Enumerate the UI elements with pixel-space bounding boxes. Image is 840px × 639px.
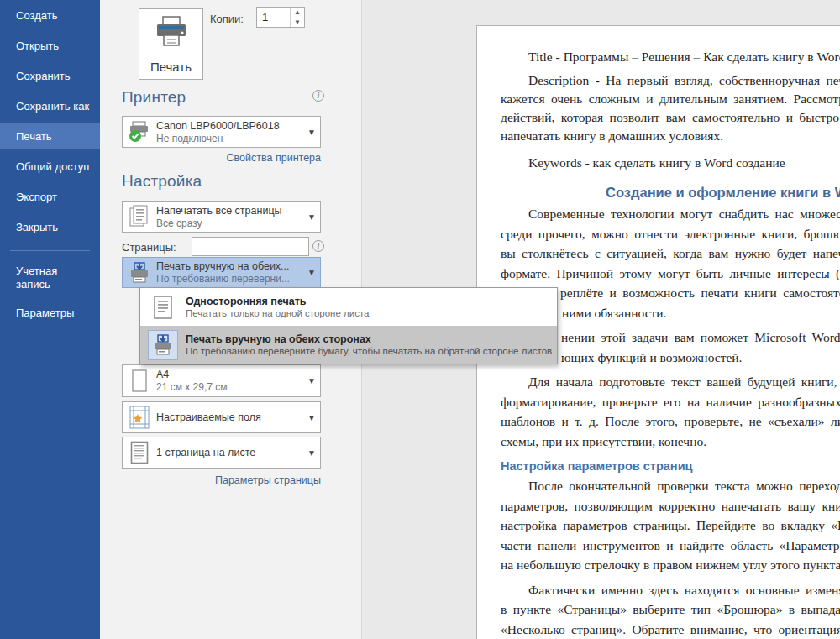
pages-per-sheet-selector[interactable]: 1 страница на листе ▼ bbox=[122, 437, 321, 469]
sidebar-item-label: Сохранить как bbox=[16, 100, 89, 113]
margins-selector[interactable]: Настраиваемые поля ▼ bbox=[122, 401, 321, 433]
backstage-sidebar: СоздатьОткрытьСохранитьСохранить какПеча… bbox=[0, 0, 100, 639]
printer-info-icon: i bbox=[312, 90, 324, 102]
menu-item-title: Односторонняя печать bbox=[186, 296, 369, 307]
pages-info-icon: i bbox=[312, 240, 324, 252]
print-button-label: Печать bbox=[150, 60, 192, 74]
doc-line: Title - Программы – Решения – Как сделат… bbox=[501, 48, 840, 66]
manual-duplex-icon bbox=[123, 261, 156, 285]
duplex-menu-item-0[interactable]: Односторонняя печатьПечатать только на о… bbox=[140, 288, 557, 326]
sidebar-item-label: Сохранить bbox=[16, 70, 71, 82]
copies-stepper: ▲ ▼ bbox=[256, 7, 305, 28]
printer-selector[interactable]: Canon LBP6000/LBP6018 Не подключен ▼ bbox=[122, 116, 321, 148]
sidebar-item-10[interactable]: Параметры bbox=[0, 297, 100, 327]
paper-a4-icon bbox=[123, 369, 156, 393]
doc-line: в пункте «Страницы» выберите тип «Брошюр… bbox=[501, 600, 840, 620]
doc-subheading: Настройка параметров страниц bbox=[501, 456, 840, 476]
paper-size-title: A4 bbox=[156, 369, 303, 380]
printer-properties-link[interactable]: Свойства принтера bbox=[122, 152, 321, 164]
doc-line: действий, которая позволит вам самостоят… bbox=[501, 108, 840, 127]
chevron-down-icon: ▼ bbox=[303, 268, 320, 277]
menu-item-subtitle: Печатать только на одной стороне листа bbox=[186, 308, 369, 318]
sidebar-item-9[interactable]: Учетная запись bbox=[0, 259, 100, 297]
doc-line: Фактически именно здесь находятся основн… bbox=[501, 580, 840, 600]
doc-line: на небольшую стрелочку в правом нижнем у… bbox=[501, 555, 840, 575]
sidebar-item-label: Печать bbox=[16, 130, 52, 143]
duplex-title: Печать вручную на обеих... bbox=[156, 260, 303, 272]
doc-line: кажется очень сложным и длительным занят… bbox=[501, 90, 840, 108]
doc-line: параметров, позволяющим корректно напеча… bbox=[501, 496, 840, 516]
sidebar-item-4[interactable]: Печать bbox=[0, 123, 100, 149]
sidebar-item-7[interactable]: Закрыть bbox=[0, 212, 100, 242]
print-range-title: Напечатать все страницы bbox=[156, 205, 303, 217]
settings-section-heading: Настройка bbox=[122, 172, 202, 191]
margins-title: Настраиваемые поля bbox=[156, 411, 303, 423]
print-button[interactable]: Печать bbox=[139, 8, 203, 80]
printer-name: Canon LBP6000/LBP6018 bbox=[156, 120, 303, 132]
doc-line: После окончательной проверки текста можн… bbox=[501, 476, 840, 496]
doc-line: шаблонов и т. д. После этого, проверьте,… bbox=[501, 411, 840, 432]
copies-increment-button[interactable]: ▲ bbox=[291, 8, 304, 18]
chevron-down-icon: ▼ bbox=[303, 376, 320, 385]
sidebar-item-6[interactable]: Экспорт bbox=[0, 181, 100, 212]
sidebar-item-0[interactable]: Создать bbox=[0, 0, 100, 30]
doc-line: Keywords - как сделать книгу в Word созд… bbox=[501, 154, 840, 172]
sidebar-item-2[interactable]: Сохранить bbox=[0, 60, 100, 91]
menu-item-subtitle: По требованию переверните бумагу, чтобы … bbox=[186, 346, 552, 356]
doc-line: Современные технологии могут снабдить на… bbox=[501, 204, 840, 224]
paper-size-subtitle: 21 см x 29,7 см bbox=[156, 381, 303, 393]
sidebar-item-label: Параметры bbox=[16, 306, 74, 319]
sidebar-item-1[interactable]: Открыть bbox=[0, 30, 100, 60]
copies-decrement-button[interactable]: ▼ bbox=[291, 18, 304, 28]
doc-line: формате. Причиной этому могут быть личны… bbox=[501, 264, 840, 284]
duplex-menu-item-1[interactable]: Печать вручную на обеих сторонахПо требо… bbox=[140, 326, 557, 364]
doc-line: напечатать книгу в домашних условиях. bbox=[501, 127, 840, 145]
sidebar-item-label: Общий доступ bbox=[16, 160, 89, 173]
sidebar-item-label: Закрыть bbox=[16, 221, 58, 233]
duplex-selector[interactable]: Печать вручную на обеих... По требованию… bbox=[122, 257, 321, 288]
duplex-dropdown-menu: Односторонняя печатьПечатать только на о… bbox=[139, 287, 558, 364]
copies-input[interactable] bbox=[257, 8, 290, 27]
doc-line: среди прочего, можно отнести электронные… bbox=[501, 224, 840, 244]
sidebar-item-label: Открыть bbox=[16, 39, 59, 52]
printer-device-icon bbox=[123, 121, 156, 143]
doc-line: вы столкнётесь с ситуацией, когда вам ну… bbox=[501, 244, 840, 264]
doc-heading: Создание и оформление книги в Word bbox=[501, 181, 840, 204]
sidebar-item-5[interactable]: Общий доступ bbox=[0, 151, 100, 181]
chevron-down-icon: ▼ bbox=[303, 448, 320, 458]
printer-icon bbox=[153, 15, 190, 52]
page-setup-link[interactable]: Параметры страницы bbox=[122, 474, 321, 486]
doc-line: настройка параметров страницы. Перейдите… bbox=[501, 516, 840, 536]
print-range-subtitle: Все сразу bbox=[156, 217, 303, 229]
doc-line: «Несколько страниц». Обратите внимание, … bbox=[501, 620, 840, 639]
sidebar-item-3[interactable]: Сохранить как bbox=[0, 91, 100, 121]
manual-duplex-icon bbox=[148, 330, 178, 360]
pages-per-sheet-icon bbox=[123, 441, 156, 464]
chevron-down-icon: ▼ bbox=[303, 128, 320, 137]
menu-item-title: Печать вручную на обеих сторонах bbox=[186, 333, 552, 345]
sidebar-item-label: Создать bbox=[16, 9, 57, 22]
copies-label: Копии: bbox=[210, 13, 244, 25]
margins-icon bbox=[123, 406, 156, 429]
duplex-subtitle: По требованию переверни... bbox=[156, 273, 303, 285]
chevron-down-icon: ▼ bbox=[303, 212, 320, 222]
print-range-selector[interactable]: Напечатать все страницы Все сразу ▼ bbox=[122, 201, 321, 233]
pages-input[interactable] bbox=[192, 237, 309, 256]
pages-per-sheet-title: 1 страница на листе bbox=[156, 447, 303, 458]
sidebar-item-label: Экспорт bbox=[16, 191, 57, 203]
doc-line: части панели инструментов и найдите обла… bbox=[501, 536, 840, 556]
pages-label: Страницы: bbox=[122, 241, 176, 254]
paper-size-selector[interactable]: A4 21 см x 29,7 см ▼ bbox=[122, 364, 321, 397]
doc-line: схемы, при их присутствии, конечно. bbox=[501, 432, 840, 452]
one-sided-icon bbox=[148, 292, 178, 322]
sidebar-item-label: Учетная запись bbox=[16, 265, 70, 291]
sidebar-divider bbox=[10, 250, 90, 251]
doc-line: форматирование, проверьте его на наличие… bbox=[501, 392, 840, 412]
printer-status: Не подключен bbox=[156, 133, 303, 144]
doc-line: Description - На первый взгляд, собствен… bbox=[501, 71, 840, 90]
doc-line: Для начала подготовьте текст вашей будущ… bbox=[501, 372, 840, 392]
printer-section-heading: Принтер bbox=[122, 88, 186, 107]
all-pages-icon bbox=[123, 205, 156, 228]
chevron-down-icon: ▼ bbox=[303, 413, 320, 422]
